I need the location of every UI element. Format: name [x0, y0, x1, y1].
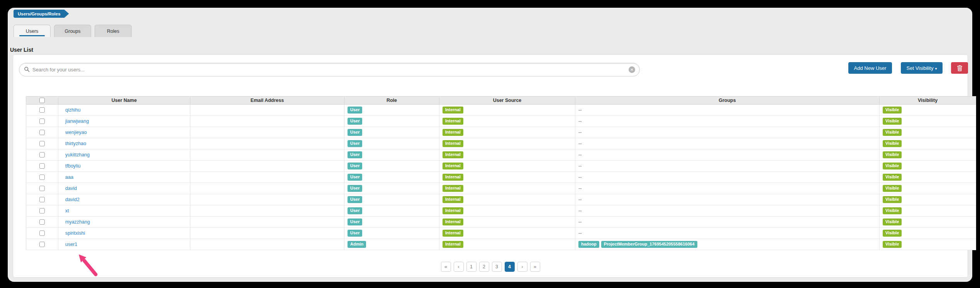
- row-checkbox[interactable]: [39, 186, 45, 191]
- row-checkbox[interactable]: [39, 197, 45, 202]
- groups-cell: --: [575, 194, 880, 205]
- pagination-page-4-button[interactable]: 4: [505, 262, 515, 272]
- user-name-link[interactable]: jianwjwang: [65, 119, 89, 124]
- user-name-link[interactable]: qizhihu: [65, 107, 81, 113]
- user-source-badge: Internal: [443, 163, 463, 169]
- visibility-badge: Visible: [883, 219, 902, 225]
- table-row: yukittzhangUserInternal--Visible: [26, 149, 976, 161]
- groups-empty-placeholder: --: [578, 174, 582, 180]
- user-source-cell: Internal: [439, 161, 575, 172]
- row-checkbox[interactable]: [39, 119, 45, 124]
- clear-search-icon[interactable]: ✕: [629, 66, 635, 73]
- user-name-link[interactable]: wenjieyao: [65, 130, 87, 135]
- user-source-badge: Internal: [443, 129, 463, 136]
- visibility-cell: Visible: [880, 172, 976, 183]
- table-row: myazzhangUserInternal--Visible: [26, 217, 976, 228]
- pagination-prev-button[interactable]: ‹: [454, 262, 464, 272]
- groups-empty-placeholder: --: [578, 219, 582, 225]
- pagination-last-button[interactable]: »: [530, 262, 540, 272]
- row-checkbox-cell: [26, 149, 58, 161]
- row-checkbox[interactable]: [39, 141, 45, 146]
- user-name-link[interactable]: spiritxishi: [65, 230, 85, 236]
- row-checkbox[interactable]: [39, 130, 45, 135]
- column-header-email-address: Email Address: [190, 97, 344, 105]
- column-header-user-source: User Source: [439, 97, 575, 105]
- row-checkbox[interactable]: [39, 163, 45, 169]
- user-source-badge: Internal: [443, 140, 463, 147]
- row-checkbox[interactable]: [39, 230, 45, 236]
- chevron-down-icon: ▾: [935, 66, 937, 71]
- user-source-badge: Internal: [443, 151, 463, 158]
- groups-empty-placeholder: --: [578, 230, 582, 236]
- role-cell: User: [344, 183, 439, 194]
- active-tab-underline: [19, 35, 45, 36]
- groups-empty-placeholder: --: [578, 130, 582, 135]
- visibility-cell: Visible: [880, 239, 976, 250]
- pagination-next-button[interactable]: ›: [517, 262, 527, 272]
- row-checkbox[interactable]: [39, 219, 45, 225]
- table-row: davidUserInternal--Visible: [26, 183, 976, 194]
- email-cell: [190, 183, 344, 194]
- pagination-page-3-button[interactable]: 3: [492, 262, 502, 272]
- user-name-link[interactable]: yukittzhang: [65, 152, 90, 158]
- pagination: «‹1234›»: [13, 262, 968, 272]
- breadcrumb[interactable]: Users/Groups/Roles: [14, 10, 69, 18]
- pagination-page-1-button[interactable]: 1: [466, 262, 476, 272]
- user-source-badge: Internal: [443, 219, 463, 225]
- groups-empty-placeholder: --: [578, 107, 582, 113]
- column-header-user-name: User Name: [58, 97, 190, 105]
- select-all-checkbox[interactable]: [39, 98, 45, 103]
- role-cell: User: [344, 149, 439, 161]
- delete-users-button[interactable]: [951, 62, 968, 74]
- role-badge: User: [348, 107, 362, 114]
- pagination-first-button[interactable]: «: [441, 262, 451, 272]
- search-input[interactable]: [19, 63, 640, 76]
- visibility-badge: Visible: [883, 107, 902, 114]
- user-list-card: ✕ Add New User Set Visibility▾: [13, 54, 968, 278]
- groups-cell: --: [575, 205, 880, 217]
- role-badge: User: [348, 151, 362, 158]
- row-checkbox[interactable]: [39, 242, 45, 247]
- user-name-link[interactable]: david2: [65, 197, 80, 202]
- tab-groups[interactable]: Groups: [54, 25, 91, 37]
- tab-roles[interactable]: Roles: [95, 25, 132, 37]
- set-visibility-label: Set Visibility: [907, 65, 934, 71]
- email-cell: [190, 172, 344, 183]
- email-cell: [190, 194, 344, 205]
- row-checkbox[interactable]: [39, 152, 45, 158]
- groups-cell: --: [575, 172, 880, 183]
- visibility-badge: Visible: [883, 118, 902, 125]
- visibility-cell: Visible: [880, 127, 976, 138]
- email-cell: [190, 138, 344, 149]
- user-name-link[interactable]: xt: [65, 208, 69, 213]
- user-source-badge: Internal: [443, 196, 463, 203]
- user-name-link[interactable]: david: [65, 186, 77, 191]
- user-name-link[interactable]: thirtyzhao: [65, 141, 86, 146]
- row-checkbox-cell: [26, 116, 58, 127]
- groups-empty-placeholder: --: [578, 152, 582, 158]
- tab-label: Users: [26, 29, 39, 34]
- user-name-link[interactable]: aaa: [65, 174, 73, 180]
- row-checkbox[interactable]: [39, 174, 45, 180]
- set-visibility-dropdown[interactable]: Set Visibility▾: [901, 62, 943, 74]
- row-checkbox[interactable]: [39, 208, 45, 213]
- row-checkbox[interactable]: [39, 107, 45, 113]
- visibility-badge: Visible: [883, 140, 902, 147]
- search-box: ✕: [19, 63, 640, 76]
- add-new-user-button[interactable]: Add New User: [848, 62, 892, 74]
- user-name-link[interactable]: user1: [65, 242, 77, 247]
- user-name-link[interactable]: tfboyliu: [65, 163, 81, 169]
- tab-users[interactable]: Users: [14, 25, 51, 37]
- pagination-page-2-button[interactable]: 2: [479, 262, 489, 272]
- email-cell: [190, 239, 344, 250]
- role-cell: User: [344, 217, 439, 228]
- visibility-badge: Visible: [883, 241, 902, 248]
- email-cell: [190, 105, 344, 116]
- visibility-cell: Visible: [880, 161, 976, 172]
- group-badge: ProjectMemberGroup_1769545205558616064: [601, 241, 697, 248]
- visibility-badge: Visible: [883, 174, 902, 181]
- groups-cell: hadoopProjectMemberGroup_176954520555861…: [575, 239, 880, 250]
- user-name-link[interactable]: myazzhang: [65, 219, 90, 225]
- role-badge: User: [348, 129, 362, 136]
- user-source-cell: Internal: [439, 138, 575, 149]
